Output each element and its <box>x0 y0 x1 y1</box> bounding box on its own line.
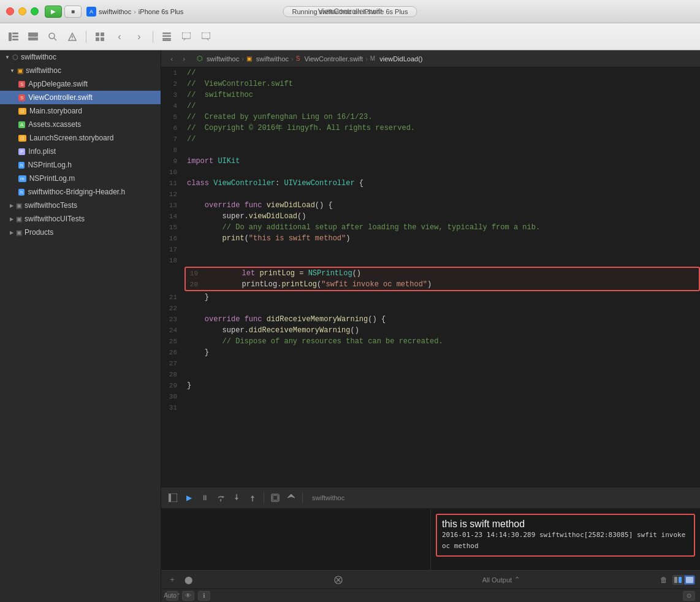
debug-viewhierarchy-button[interactable] <box>268 491 282 505</box>
sidebar-item-nsprintlogh[interactable]: h NSPrintLog.h <box>0 158 161 172</box>
warning-button[interactable] <box>64 28 81 45</box>
nav-forward-icon[interactable]: › <box>178 53 189 64</box>
svg-rect-18 <box>162 39 171 41</box>
app-name: swiftwithoc <box>99 8 131 15</box>
debug-stepinto-button[interactable] <box>230 491 243 505</box>
toolbar-separator-2 <box>153 31 153 43</box>
scheme-selector[interactable]: A swiftwithoc › iPhone 6s Plus <box>86 7 183 17</box>
console-line-1: this is swift method <box>442 519 689 530</box>
maximize-button[interactable] <box>31 7 39 15</box>
debug-stepover-button[interactable] <box>214 491 227 505</box>
code-line-13: 13 override func viewDidLoad() { <box>161 200 700 211</box>
run-button[interactable]: ▶ <box>45 6 62 18</box>
sidebar-toggle-button[interactable] <box>5 28 22 45</box>
close-button[interactable] <box>6 7 14 15</box>
breadcrumb-app[interactable]: swiftwithoc <box>207 55 239 63</box>
svg-rect-37 <box>674 577 677 583</box>
circle-status-button[interactable]: ⊙ <box>683 591 695 601</box>
sidebar-item-viewcontroller[interactable]: S ViewController.swift <box>0 91 161 104</box>
list-view-button[interactable] <box>158 28 175 45</box>
swift-icon: S <box>18 81 25 88</box>
svg-rect-24 <box>169 493 171 502</box>
svg-rect-12 <box>101 32 104 36</box>
comment-button[interactable] <box>178 28 195 45</box>
traffic-lights[interactable] <box>6 7 39 15</box>
svg-marker-30 <box>251 495 254 498</box>
add-button[interactable]: ＋ <box>166 574 178 586</box>
plist-icon: P <box>18 148 25 155</box>
code-line-8: 8 <box>161 145 700 156</box>
circle-button[interactable]: ⬤ <box>182 574 194 586</box>
device-name: iPhone 6s Plus <box>139 8 183 15</box>
code-line-3: 3 // swiftwithoc <box>161 90 700 101</box>
debug-bar: ▶ ⏸ swiftwithoc <box>161 487 700 509</box>
nav-forward-button[interactable]: › <box>131 28 148 45</box>
status-bar: Auto ⌃ 👁 ℹ ⊙ <box>161 589 700 602</box>
info-button[interactable]: ℹ <box>198 591 210 601</box>
view-toggle-buttons <box>672 575 695 585</box>
svg-rect-15 <box>162 32 171 34</box>
code-line-1: 1 // <box>161 67 700 78</box>
nav-back-button[interactable]: ‹ <box>111 28 128 45</box>
group-folder-icon: ▣ <box>17 67 23 75</box>
code-line-22: 22 <box>161 303 700 314</box>
stop-button[interactable]: ■ <box>64 6 82 18</box>
status-right: ⊙ <box>683 591 695 601</box>
code-line-12: 12 <box>161 189 700 200</box>
all-output-label[interactable]: All Output ⌃ <box>482 576 520 584</box>
debug-stepout-button[interactable] <box>246 491 259 505</box>
code-editor[interactable]: 1 // 2 // ViewController.swift 3 // swif… <box>161 67 700 487</box>
sidebar-item-launchscreen[interactable]: ⊡ LaunchScreen.storyboard <box>0 131 161 145</box>
code-line-30: 30 <box>161 391 700 402</box>
sidebar-group-main[interactable]: ▼ ▣ swiftwithoc <box>0 64 161 77</box>
breadcrumb-group[interactable]: swiftwithoc <box>256 55 289 63</box>
footer-right-buttons: 🗑 <box>658 574 695 586</box>
folder-icon: ▣ <box>16 215 22 223</box>
auto-dropdown[interactable]: Auto ⌃ <box>166 591 178 601</box>
file-bc-icon: S <box>296 55 300 62</box>
comment2-button[interactable] <box>197 28 215 45</box>
debug-pause-button[interactable]: ⏸ <box>198 491 211 505</box>
sidebar-item-bridging[interactable]: h swiftwithoc-Bridging-Header.h <box>0 185 161 199</box>
sidebar-item-nsprintlogm[interactable]: m NSPrintLog.m <box>0 172 161 185</box>
breadcrumb-func[interactable]: viewDidLoad() <box>379 55 422 63</box>
code-line-18: 18 <box>161 255 700 266</box>
split-view-button[interactable] <box>672 575 683 585</box>
trash-button[interactable]: 🗑 <box>658 574 670 586</box>
folder-icon: ▣ <box>16 202 22 210</box>
debug-location-button[interactable] <box>284 491 298 505</box>
eye-button[interactable]: 👁 <box>182 591 194 601</box>
file-name: swiftwithoc-Bridging-Header.h <box>28 188 125 196</box>
grid-view-button[interactable] <box>91 28 108 45</box>
sidebar-group-tests[interactable]: ▶ ▣ swiftwithocTests <box>0 199 161 212</box>
svg-rect-1 <box>12 32 18 34</box>
debug-hide-button[interactable] <box>166 491 180 505</box>
svg-marker-28 <box>235 498 238 500</box>
file-name: Info.plist <box>28 147 56 156</box>
search-button[interactable] <box>44 28 61 45</box>
sidebar-group-uitests[interactable]: ▶ ▣ swiftwithocUITests <box>0 212 161 226</box>
debug-play-button[interactable]: ▶ <box>182 491 196 505</box>
breadcrumb-file[interactable]: ViewController.swift <box>304 55 363 63</box>
code-line-29: 29 } <box>161 380 700 391</box>
sidebar-item-assets[interactable]: A Assets.xcassets <box>0 118 161 131</box>
sidebar-root[interactable]: ▼ ⬡ swiftwithoc <box>0 50 161 64</box>
sidebar-item-products[interactable]: ▶ ▣ Products <box>0 226 161 239</box>
file-name: LaunchScreen.storyboard <box>29 134 113 142</box>
sidebar-item-appdelegate[interactable]: S AppDelegate.swift <box>0 77 161 91</box>
editor-toggle-button[interactable] <box>25 28 42 45</box>
app-icon-bc: ⬡ <box>197 55 203 63</box>
minimize-button[interactable] <box>18 7 26 15</box>
debug-separator2 <box>302 492 303 503</box>
breadcrumb-nav[interactable]: ‹ › <box>166 53 189 64</box>
sidebar-item-mainstoryboard[interactable]: ⊡ Main.storyboard <box>0 104 161 118</box>
console-view-button[interactable] <box>684 575 695 585</box>
sidebar-item-infoplist[interactable]: P Info.plist <box>0 145 161 158</box>
debug-title: swiftwithoc <box>312 494 344 501</box>
clear-button[interactable] <box>332 574 344 586</box>
footer-left: ＋ ⬤ <box>166 574 194 586</box>
code-line-6: 6 // Copyright © 2016年 lingyfh. All righ… <box>161 123 700 134</box>
nav-back-icon[interactable]: ‹ <box>166 53 177 64</box>
group-triangle-icon: ▶ <box>10 203 13 208</box>
file-name: Assets.xcassets <box>28 120 81 129</box>
